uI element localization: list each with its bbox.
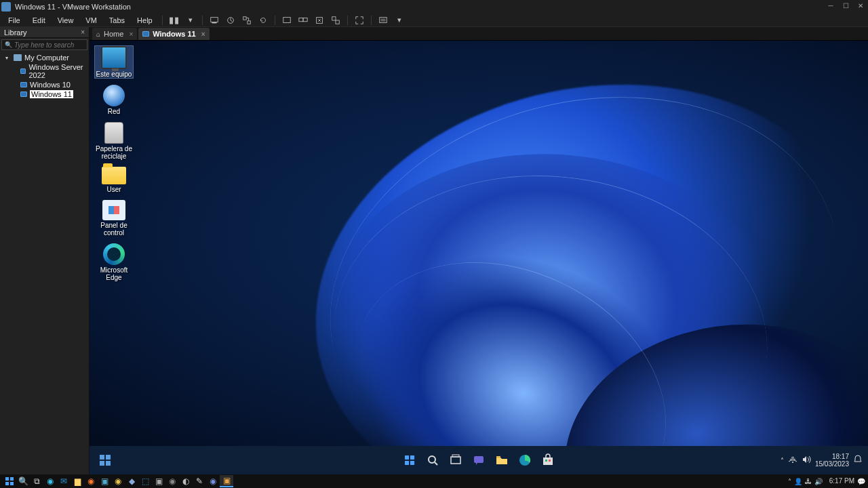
host-tray-net-icon[interactable]: 🖧 [805, 478, 812, 485]
tab-active-label: Windows 11 [153, 30, 195, 38]
multimonitor-button[interactable] [297, 14, 309, 26]
tree-vm-item[interactable]: Windows Server 2022 [1, 62, 87, 80]
svg-rect-3 [243, 16, 245, 19]
host-search-button[interactable]: 🔍 [16, 475, 30, 487]
folder-icon [102, 167, 126, 184]
network-tray-icon[interactable] [788, 455, 797, 465]
fullscreen-button[interactable] [353, 14, 366, 26]
task-view-button[interactable] [447, 451, 465, 469]
host-tray-people-icon[interactable]: 👤 [794, 478, 802, 485]
library-title: Library [4, 28, 27, 37]
host-firefox-button[interactable]: ◉ [84, 475, 98, 487]
host-app3-button[interactable]: ◉ [165, 475, 179, 487]
svg-rect-23 [452, 455, 459, 457]
host-time: 6:17 PM [829, 478, 854, 485]
library-search-input[interactable] [14, 41, 100, 49]
volume-tray-icon[interactable] [802, 455, 811, 465]
tree-twisty-icon[interactable]: ▾ [5, 55, 11, 61]
vm-icon [142, 31, 149, 37]
recycle-bin-icon [104, 122, 123, 144]
menu-vm[interactable]: VM [80, 15, 102, 26]
tray-chevron-icon[interactable]: ˄ [781, 457, 784, 464]
host-app6-button[interactable]: ◉ [206, 475, 220, 487]
desktop-icon-edge[interactable]: Microsoft Edge [95, 243, 133, 281]
desktop-icon-label: Microsoft Edge [95, 266, 133, 281]
host-vmware-button[interactable]: ▣ [220, 475, 233, 487]
main-area: ⌂ Home × Windows 11 × [90, 27, 868, 474]
quick-switch-button[interactable] [377, 14, 389, 26]
menu-edit[interactable]: Edit [27, 15, 51, 26]
host-app4-button[interactable]: ◐ [179, 475, 193, 487]
power-dropdown-button[interactable]: ▾ [184, 14, 197, 26]
library-close-button[interactable]: × [81, 28, 85, 36]
host-tray-chevron-icon[interactable]: ˄ [788, 478, 791, 485]
close-button[interactable]: ✕ [854, 2, 867, 12]
unity-button[interactable] [330, 14, 342, 26]
host-app-button[interactable]: ▣ [98, 475, 111, 487]
svg-rect-9 [332, 16, 335, 20]
host-terminal-button[interactable]: ▣ [152, 475, 165, 487]
svg-rect-13 [100, 455, 104, 460]
svg-rect-19 [405, 461, 409, 465]
tree-root-label: My Computer [24, 54, 69, 62]
host-app5-button[interactable]: ✎ [193, 475, 206, 487]
tab-home[interactable]: ⌂ Home × [92, 28, 137, 40]
host-explorer-button[interactable]: ▆ [71, 475, 84, 487]
guest-clock[interactable]: 18:17 15/03/2023 [815, 453, 849, 468]
svg-rect-29 [549, 460, 551, 462]
widgets-button[interactable] [96, 451, 114, 469]
search-button[interactable] [424, 451, 441, 469]
quick-switch-dropdown[interactable]: ▾ [393, 14, 406, 26]
vm-icon [20, 68, 26, 74]
pause-vm-button[interactable]: ▮▮ [168, 14, 180, 26]
host-chrome-button[interactable]: ◉ [111, 475, 125, 487]
menu-view[interactable]: View [52, 15, 79, 26]
snapshot-button[interactable] [224, 14, 237, 26]
notifications-icon[interactable] [853, 455, 863, 466]
desktop-icon-red[interactable]: Red [95, 85, 133, 115]
host-edge-button[interactable]: ◉ [43, 475, 57, 487]
tab-active-vm[interactable]: Windows 11 × [138, 28, 209, 40]
host-vscode-button[interactable]: ⬚ [138, 475, 152, 487]
tab-close-button[interactable]: × [201, 30, 205, 38]
desktop-icon-papelera[interactable]: Papelera de reciclaje [95, 122, 133, 160]
show-console-button[interactable] [281, 14, 293, 26]
host-app2-button[interactable]: ◆ [125, 475, 138, 487]
tab-close-button[interactable]: × [129, 30, 133, 38]
stretch-guest-button[interactable] [313, 14, 326, 26]
tree-vm-item-editing[interactable]: Windows 11 [1, 89, 87, 99]
start-button[interactable] [401, 451, 418, 469]
menu-tabs[interactable]: Tabs [104, 15, 130, 26]
tree-my-computer[interactable]: ▾ My Computer [1, 53, 87, 62]
host-taskview-button[interactable]: ⧉ [30, 475, 43, 487]
guest-desktop[interactable]: Este equipo Red Papelera de reciclaje Us… [90, 41, 868, 474]
send-ctrl-alt-del-button[interactable] [208, 14, 220, 26]
svg-rect-6 [299, 18, 303, 21]
svg-rect-33 [5, 482, 9, 485]
host-tray-volume-icon[interactable]: 🔊 [814, 478, 823, 485]
maximize-button[interactable]: ☐ [840, 2, 852, 12]
edge-taskbar-button[interactable] [516, 451, 534, 469]
host-mail-button[interactable]: ✉ [57, 475, 71, 487]
desktop-icon-panel-control[interactable]: Panel de control [95, 200, 133, 237]
vm-icon [20, 82, 27, 87]
menu-file[interactable]: File [3, 15, 26, 26]
snapshot-manager-button[interactable] [241, 14, 253, 26]
desktop-icon-este-equipo[interactable]: Este equipo [95, 46, 133, 78]
library-search[interactable]: 🔍 ▼ [1, 39, 87, 50]
tree-vm-item[interactable]: Windows 10 [1, 80, 87, 89]
chat-button[interactable] [470, 451, 488, 469]
revert-snapshot-button[interactable] [257, 14, 269, 26]
file-explorer-button[interactable] [493, 451, 511, 469]
library-tree: ▾ My Computer Windows Server 2022 Window… [0, 52, 89, 100]
desktop-icon-user[interactable]: User [95, 167, 133, 193]
minimize-button[interactable]: ─ [825, 2, 837, 12]
store-button[interactable] [539, 451, 557, 469]
host-clock[interactable]: 6:17 PM [829, 478, 854, 485]
host-notifications-icon[interactable]: 💬 [857, 478, 865, 485]
tab-bar: ⌂ Home × Windows 11 × [90, 27, 868, 41]
host-tray: ˄ 👤 🖧 🔊 6:17 PM 💬 [788, 478, 865, 485]
host-start-button[interactable] [3, 475, 16, 487]
menu-help[interactable]: Help [132, 15, 158, 26]
tree-vm-rename-input[interactable]: Windows 11 [30, 90, 73, 98]
